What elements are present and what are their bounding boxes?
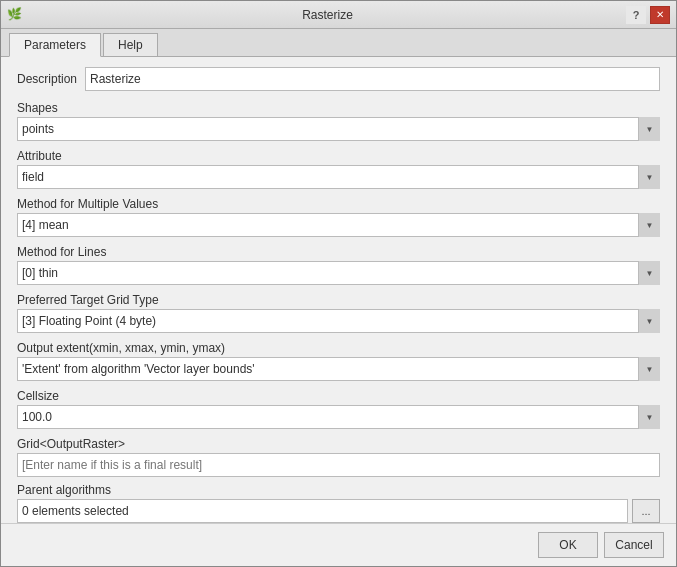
title-controls: ? ✕: [626, 6, 670, 24]
preferred-grid-row: Preferred Target Grid Type [3] Floating …: [17, 293, 660, 333]
description-label: Description: [17, 72, 77, 86]
attribute-row: Attribute field: [17, 149, 660, 189]
output-raster-input[interactable]: [17, 453, 660, 477]
title-bar: 🌿 Rasterize ? ✕: [1, 1, 676, 29]
attribute-label: Attribute: [17, 149, 660, 163]
method-lines-select-wrapper: [0] thin: [17, 261, 660, 285]
preferred-grid-select-wrapper: [3] Floating Point (4 byte): [17, 309, 660, 333]
output-extent-row: Output extent(xmin, xmax, ymin, ymax) 'E…: [17, 341, 660, 381]
shapes-select-wrapper: points: [17, 117, 660, 141]
output-raster-row: Grid<OutputRaster>: [17, 437, 660, 477]
output-extent-select[interactable]: 'Extent' from algorithm 'Vector layer bo…: [17, 357, 660, 381]
parent-algorithms-label: Parent algorithms: [17, 483, 660, 497]
output-raster-label: Grid<OutputRaster>: [17, 437, 660, 451]
attribute-select-wrapper: field: [17, 165, 660, 189]
close-button[interactable]: ✕: [650, 6, 670, 24]
app-icon: 🌿: [7, 7, 23, 23]
description-row: Description: [17, 67, 660, 91]
output-extent-select-wrapper: 'Extent' from algorithm 'Vector layer bo…: [17, 357, 660, 381]
tab-help[interactable]: Help: [103, 33, 158, 56]
output-raster-input-wrapper: [17, 453, 660, 477]
cellsize-select-wrapper: 100.0: [17, 405, 660, 429]
elements-selected-input[interactable]: [17, 499, 628, 523]
method-lines-label: Method for Lines: [17, 245, 660, 259]
shapes-label: Shapes: [17, 101, 660, 115]
method-multiple-select[interactable]: [4] mean: [17, 213, 660, 237]
description-input[interactable]: [85, 67, 660, 91]
attribute-select[interactable]: field: [17, 165, 660, 189]
method-multiple-select-wrapper: [4] mean: [17, 213, 660, 237]
dialog: 🌿 Rasterize ? ✕ Parameters Help Descript…: [0, 0, 677, 567]
dialog-title: Rasterize: [29, 8, 626, 22]
output-extent-label: Output extent(xmin, xmax, ymin, ymax): [17, 341, 660, 355]
shapes-row: Shapes points: [17, 101, 660, 141]
method-lines-select[interactable]: [0] thin: [17, 261, 660, 285]
cancel-button[interactable]: Cancel: [604, 532, 664, 558]
help-button[interactable]: ?: [626, 6, 646, 24]
form-content: Description Shapes points Attribute fiel…: [1, 57, 676, 523]
shapes-select[interactable]: points: [17, 117, 660, 141]
parent-algorithms-section: Parent algorithms ...: [17, 483, 660, 523]
tab-parameters[interactable]: Parameters: [9, 33, 101, 57]
method-lines-row: Method for Lines [0] thin: [17, 245, 660, 285]
cellsize-label: Cellsize: [17, 389, 660, 403]
cellsize-row: Cellsize 100.0: [17, 389, 660, 429]
ellipsis-button[interactable]: ...: [632, 499, 660, 523]
cellsize-select[interactable]: 100.0: [17, 405, 660, 429]
elements-row: ...: [17, 499, 660, 523]
method-multiple-label: Method for Multiple Values: [17, 197, 660, 211]
ok-button[interactable]: OK: [538, 532, 598, 558]
tab-bar: Parameters Help: [1, 29, 676, 57]
preferred-grid-select[interactable]: [3] Floating Point (4 byte): [17, 309, 660, 333]
preferred-grid-label: Preferred Target Grid Type: [17, 293, 660, 307]
method-multiple-row: Method for Multiple Values [4] mean: [17, 197, 660, 237]
footer: OK Cancel: [1, 523, 676, 566]
